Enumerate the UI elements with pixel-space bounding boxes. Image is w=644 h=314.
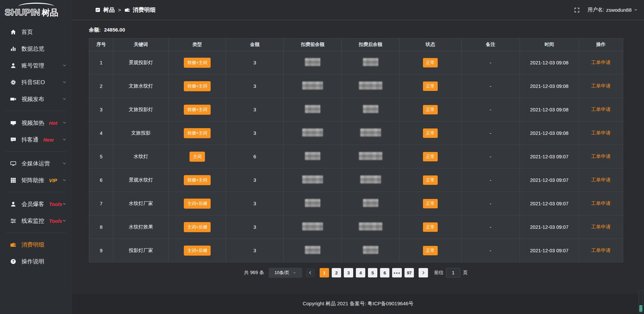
cell-action: 工单申请 <box>579 98 623 121</box>
masked-balance-before <box>305 58 320 66</box>
cell-index: 7 <box>89 192 113 215</box>
cell-time: 2021-12-03 09:07 <box>520 192 579 215</box>
username-label: 用户名: <box>588 7 604 13</box>
sidebar-item[interactable]: 数据总览 <box>0 40 72 57</box>
sidebar-item[interactable]: 全媒体运营 <box>0 155 72 172</box>
type-badge: 主词+后缀 <box>184 246 211 256</box>
ticket-apply-link[interactable]: 工单申请 <box>591 130 611 136</box>
cell-action: 工单申请 <box>579 121 623 145</box>
sidebar-item[interactable]: 视频加热 Hot <box>0 114 72 131</box>
ticket-apply-link[interactable]: 工单申请 <box>591 224 611 229</box>
column-header: 操作 <box>579 39 623 51</box>
page-button[interactable]: 5 <box>368 268 377 277</box>
cell-balance-before <box>284 98 342 121</box>
next-page-button[interactable] <box>419 268 428 277</box>
cell-keyword: 投影灯厂家 <box>113 239 169 262</box>
sidebar-item[interactable]: 视频发布 <box>0 91 72 107</box>
breadcrumb-item-current[interactable]: 消费明细 <box>124 6 156 14</box>
status-badge: 正常 <box>423 128 438 138</box>
sidebar-item-tag: Tools <box>49 218 62 224</box>
sidebar-item[interactable]: 操作说明 <box>0 253 72 270</box>
masked-balance-after <box>363 58 378 66</box>
fullscreen-icon[interactable] <box>574 7 580 13</box>
sidebar-item[interactable]: 消费明细 <box>0 236 72 253</box>
ticket-apply-link[interactable]: 工单申请 <box>591 107 611 112</box>
page-button[interactable]: 3 <box>344 268 353 277</box>
ticket-apply-link[interactable]: 工单申请 <box>591 177 611 182</box>
grid-icon <box>10 177 16 184</box>
cell-remark: - <box>462 192 520 215</box>
cell-action: 工单申请 <box>579 239 623 262</box>
gear-icon <box>10 79 16 86</box>
chevron-down-icon <box>292 271 297 275</box>
sidebar-item[interactable]: 首页 <box>0 23 72 40</box>
sidebar-item-tag: VIP <box>49 177 57 183</box>
page-button[interactable]: 97 <box>405 268 414 277</box>
user-menu[interactable]: 用户名: zswodun88 <box>588 7 638 13</box>
cell-amount: 3 <box>226 192 284 215</box>
cell-balance-before <box>284 192 342 215</box>
cell-balance-before <box>284 239 342 262</box>
chevron-down-icon <box>62 178 67 182</box>
cell-time: 2021-12-03 09:07 <box>520 145 579 168</box>
sidebar-item[interactable]: 抖音SEO <box>0 74 72 91</box>
chevron-down-icon <box>62 161 67 166</box>
breadcrumb-item-home[interactable]: 树品 <box>95 6 115 14</box>
pagination-total: 共 969 条 <box>244 270 264 276</box>
cell-amount: 3 <box>226 74 284 98</box>
cell-type: 主词 <box>169 145 226 168</box>
ticket-apply-link[interactable]: 工单申请 <box>591 154 611 159</box>
cell-index: 9 <box>89 239 113 262</box>
content-area: 余额: 24856.00 序号关键词类型金额扣费前余额扣费后余额状态备注时间操作… <box>72 20 644 294</box>
sidebar-item[interactable]: 矩阵助推 VIP <box>0 172 72 189</box>
video-icon <box>10 96 16 102</box>
sidebar-item[interactable]: 会员爆客 Tools <box>0 196 72 212</box>
sidebar-menu-entry: 视频加热 Hot <box>0 114 72 131</box>
cell-action: 工单申请 <box>579 215 623 239</box>
type-badge: 前缀+主词 <box>184 128 211 138</box>
cell-index: 3 <box>89 98 113 121</box>
sidebar-item[interactable]: 账号管理 <box>0 57 72 74</box>
sidebar-menu-entry: 全媒体运营 <box>0 155 72 172</box>
cell-index: 2 <box>89 74 113 98</box>
table-row: 4 文旅投影 前缀+主词 3 正常 - 2021-12-03 09:08 工单申… <box>89 121 623 145</box>
cell-time: 2021-12-03 09:08 <box>520 74 579 98</box>
masked-balance-after <box>363 105 378 113</box>
page-button[interactable]: 4 <box>356 268 365 277</box>
table-row: 9 投影灯厂家 主词+后缀 3 正常 - 2021-12-03 09:07 工单… <box>89 239 623 262</box>
cell-status: 正常 <box>399 145 462 168</box>
page-size-select[interactable]: 10条/页 <box>269 268 302 278</box>
sidebar-item[interactable]: 抖客通 New <box>0 131 72 148</box>
masked-balance-after <box>359 152 382 160</box>
cell-balance-after <box>342 239 399 262</box>
cell-type: 前缀+主词 <box>169 98 226 121</box>
sidebar-item-tag: Tools <box>49 201 62 207</box>
sidebar-menu-entry: 矩阵助推 VIP <box>0 172 72 192</box>
ticket-apply-link[interactable]: 工单申请 <box>591 248 611 253</box>
masked-balance-before <box>302 175 323 184</box>
cell-action: 工单申请 <box>579 145 623 168</box>
cell-keyword: 水纹灯 <box>113 145 169 168</box>
prev-page-button[interactable] <box>306 268 315 277</box>
column-header: 时间 <box>520 39 579 51</box>
column-header: 序号 <box>89 39 113 51</box>
cell-type: 主词+后缀 <box>169 215 226 239</box>
cell-balance-before <box>284 74 342 98</box>
ticket-apply-link[interactable]: 工单申请 <box>591 201 611 206</box>
page-button[interactable]: 2 <box>332 268 341 277</box>
masked-balance-after <box>363 199 378 207</box>
ticket-apply-link[interactable]: 工单申请 <box>591 60 611 65</box>
cell-action: 工单申请 <box>579 74 623 98</box>
page-button[interactable]: 6 <box>380 268 389 277</box>
chevron-right-icon <box>421 270 426 275</box>
sidebar-item[interactable]: 线索监控 Tools <box>0 212 72 229</box>
balance: 余额: 24856.00 <box>89 27 623 33</box>
page-button[interactable]: ●●● <box>392 268 402 277</box>
ticket-apply-link[interactable]: 工单申请 <box>591 83 611 89</box>
goto-page-input[interactable] <box>446 268 460 277</box>
scrollbar-thumb[interactable] <box>639 305 642 312</box>
sidebar-item-label: 全媒体运营 <box>21 160 50 167</box>
cell-balance-after <box>342 98 399 121</box>
cell-balance-after <box>342 168 399 192</box>
page-button[interactable]: 1 <box>320 268 329 277</box>
